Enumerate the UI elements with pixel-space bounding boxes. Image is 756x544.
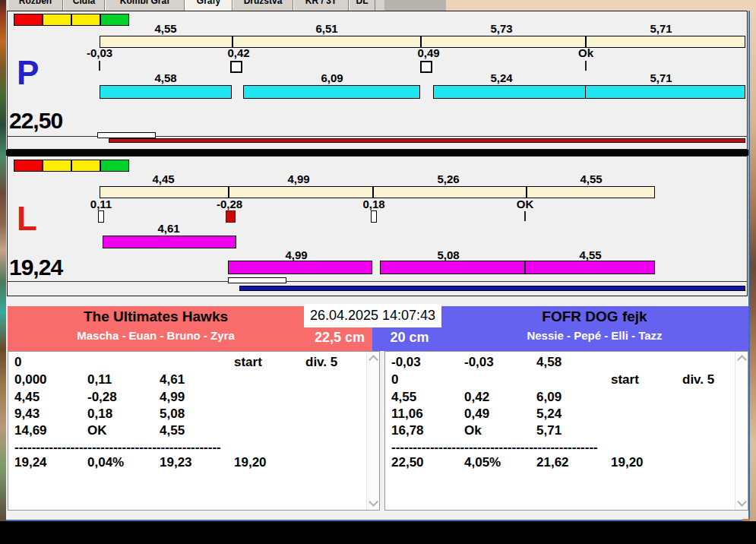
desktop-edge-right [750, 11, 756, 521]
p-status-box-red [14, 14, 43, 26]
chevron-down-icon[interactable] [737, 497, 747, 507]
l-status-box-red [14, 160, 43, 172]
lane-l-panel [7, 156, 748, 296]
list-item[interactable]: 4,45 -0,28 4,99 [8, 390, 379, 406]
list-item[interactable]: 4,55 0,42 6,09 [385, 390, 748, 406]
p-split-checkbox [420, 61, 432, 73]
p-split-tick [585, 61, 587, 71]
window-border-right [748, 11, 750, 520]
l-lane-letter: L [17, 204, 37, 234]
p-bar-label: 5,24 [463, 72, 539, 84]
l-split-slot [98, 210, 104, 223]
l-time-bar [525, 261, 655, 274]
l-status-box-yellow1 [43, 160, 71, 172]
tab-bar: Rozběh Čidla Kombi Graf Grafy Družstva K… [6, 0, 446, 11]
tab-dl[interactable]: DL [349, 0, 375, 11]
tab-druzstva[interactable]: Družstva [232, 0, 293, 11]
l-time-bar [228, 261, 372, 274]
l-split-slot-filled [226, 210, 236, 223]
p-status-box-yellow2 [71, 14, 100, 26]
p-split-label: 0,42 [201, 47, 277, 59]
desktop-edge-top-right [446, 0, 756, 11]
l-marker-box [228, 277, 286, 283]
screen-bottom-band [0, 521, 756, 544]
l-time-bar [380, 261, 525, 274]
list-item-divider: ----------------------------------------… [385, 440, 613, 457]
l-split-slot [371, 210, 377, 223]
l-scale-divider [372, 186, 374, 198]
lane-separator [6, 150, 748, 156]
tab-rozbeh[interactable]: Rozběh [8, 0, 63, 11]
p-scale-label: 5,71 [623, 23, 699, 34]
team-left-name: The Ultimates Hawks [8, 308, 304, 325]
tab-bar-filler [384, 0, 446, 11]
datetime-box: 26.04.2025 14:07:43 [304, 304, 441, 327]
p-time-bar [585, 85, 745, 99]
team-left-members: Mascha - Euan - Bruno - Zyra [8, 329, 304, 342]
list-item[interactable]: 0 start div. 5 [8, 355, 379, 372]
p-bar-label: 5,71 [623, 72, 699, 84]
tab-kr-3t[interactable]: KR / 3T [293, 0, 349, 11]
list-item[interactable]: 11,06 0,49 5,24 [385, 406, 748, 423]
tab-grafy[interactable]: Grafy [185, 0, 232, 11]
app-window: Rozběh Čidla Kombi Graf Grafy Družstva K… [0, 0, 756, 544]
tab-cidla[interactable]: Čidla [63, 0, 105, 11]
l-baseline [7, 281, 748, 282]
team-right-name: FOFR DOG fejk [441, 308, 748, 325]
results-list-right: -0,03 -0,03 4,58 0 start div. 5 4,55 0,4… [384, 351, 748, 511]
l-scale-label: 4,55 [553, 173, 629, 185]
list-item[interactable]: 14,69 OK 4,55 [8, 423, 379, 440]
l-scale-label: 5,26 [410, 173, 486, 185]
p-split-checkbox [230, 61, 242, 73]
l-split-label: 0,18 [336, 198, 412, 210]
l-split-label: 0,11 [63, 198, 139, 210]
results-list-left: 0 start div. 5 0,000 0,11 4,61 4,45 -0,2… [8, 351, 380, 511]
p-scale-label: 6,51 [289, 23, 365, 34]
list-item[interactable]: 16,78 Ok 5,71 [385, 423, 748, 440]
p-marker-box [97, 132, 156, 138]
p-split-label: Ok [548, 47, 624, 59]
p-bar-label: 4,58 [128, 72, 204, 84]
l-lane-total: 19,24 [9, 255, 62, 280]
l-scale-label: 4,99 [261, 173, 337, 185]
p-progress-bar [109, 138, 745, 143]
l-split-label: OK [487, 198, 563, 210]
p-bar-label: 6,09 [294, 72, 370, 84]
scrollbar-left-list[interactable] [366, 352, 379, 510]
p-status-box-green [100, 14, 129, 26]
l-scale-label: 4,45 [125, 173, 201, 185]
chevron-up-icon[interactable] [737, 355, 747, 365]
p-lane-total: 22,50 [9, 109, 62, 133]
p-lane-letter: P [17, 58, 39, 88]
l-status-box-yellow2 [71, 160, 100, 172]
l-time-bar [103, 236, 236, 248]
chevron-up-icon[interactable] [369, 355, 378, 365]
l-split-tick [524, 211, 526, 221]
l-bar-label: 4,99 [258, 249, 334, 261]
p-time-bar [100, 85, 232, 99]
p-scale-label: 5,73 [463, 23, 539, 34]
list-item-summary[interactable]: 19,24 0,04% 19,23 19,20 [8, 455, 379, 472]
l-scale-divider [526, 186, 527, 198]
list-item[interactable]: -0,03 -0,03 4,58 [385, 355, 748, 372]
list-item-summary[interactable]: 22,50 4,05% 21,62 19,20 [385, 455, 748, 472]
l-progress-bar [239, 286, 745, 291]
list-item[interactable]: 0 start div. 5 [385, 372, 748, 389]
l-scale-divider [228, 186, 229, 198]
l-status-box-green [100, 160, 129, 172]
height-right-label: 20 cm [375, 330, 444, 346]
list-item[interactable]: 9,43 0,18 5,08 [8, 406, 379, 423]
p-status-box-yellow1 [43, 14, 71, 26]
desktop-edge-left [0, 0, 6, 521]
chevron-down-icon[interactable] [369, 497, 378, 507]
p-split-label: 0,49 [391, 47, 467, 59]
list-item[interactable]: 0,000 0,11 4,61 [8, 372, 379, 389]
p-split-label: -0,03 [62, 47, 138, 59]
l-bar-label: 4,55 [552, 249, 628, 261]
p-time-bar [243, 85, 420, 99]
list-item-divider: ----------------------------------------… [8, 440, 236, 457]
scrollbar-right-list[interactable] [735, 352, 748, 510]
p-time-bar [433, 85, 586, 99]
l-bar-label: 4,61 [131, 223, 207, 234]
tab-kombi-graf[interactable]: Kombi Graf [105, 0, 185, 11]
